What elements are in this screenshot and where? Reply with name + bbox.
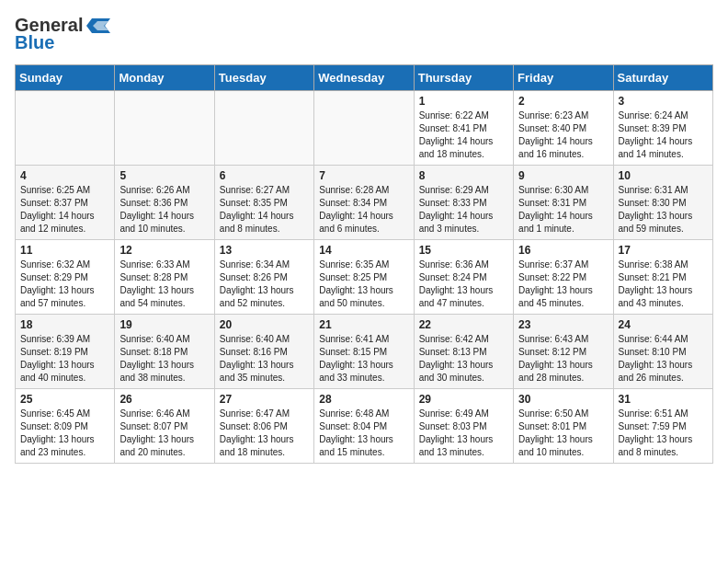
day-number: 24 xyxy=(619,318,708,331)
calendar-cell: 17Sunrise: 6:38 AM Sunset: 8:21 PM Dayli… xyxy=(613,240,712,315)
day-number: 11 xyxy=(20,244,109,257)
calendar-cell: 23Sunrise: 6:43 AM Sunset: 8:12 PM Dayli… xyxy=(514,315,613,389)
calendar-cell: 4Sunrise: 6:25 AM Sunset: 8:37 PM Daylig… xyxy=(16,166,115,240)
cell-info: Sunrise: 6:24 AM Sunset: 8:39 PM Dayligh… xyxy=(619,110,693,159)
day-number: 25 xyxy=(20,393,109,406)
day-number: 21 xyxy=(319,318,408,331)
cell-info: Sunrise: 6:49 AM Sunset: 8:03 PM Dayligh… xyxy=(419,408,494,457)
cell-info: Sunrise: 6:25 AM Sunset: 8:37 PM Dayligh… xyxy=(20,185,95,234)
calendar-cell xyxy=(16,91,115,166)
cell-info: Sunrise: 6:22 AM Sunset: 8:41 PM Dayligh… xyxy=(419,110,494,159)
day-number: 9 xyxy=(518,169,608,182)
cell-info: Sunrise: 6:40 AM Sunset: 8:16 PM Dayligh… xyxy=(220,334,294,383)
cell-info: Sunrise: 6:50 AM Sunset: 8:01 PM Dayligh… xyxy=(518,408,593,457)
day-number: 6 xyxy=(220,169,309,182)
calendar-cell: 16Sunrise: 6:37 AM Sunset: 8:22 PM Dayli… xyxy=(514,240,613,315)
cell-info: Sunrise: 6:23 AM Sunset: 8:40 PM Dayligh… xyxy=(518,110,593,159)
calendar-cell: 8Sunrise: 6:29 AM Sunset: 8:33 PM Daylig… xyxy=(414,166,513,240)
cell-info: Sunrise: 6:30 AM Sunset: 8:31 PM Dayligh… xyxy=(518,185,593,234)
day-number: 7 xyxy=(319,169,408,182)
day-number: 23 xyxy=(518,318,608,331)
cell-info: Sunrise: 6:34 AM Sunset: 8:26 PM Dayligh… xyxy=(220,259,294,308)
col-header-friday: Friday xyxy=(514,65,613,91)
day-number: 13 xyxy=(220,244,309,257)
day-number: 15 xyxy=(419,244,508,257)
page-header: General Blue xyxy=(15,15,713,53)
day-number: 31 xyxy=(619,393,708,406)
calendar-cell: 31Sunrise: 6:51 AM Sunset: 7:59 PM Dayli… xyxy=(613,389,712,464)
cell-info: Sunrise: 6:41 AM Sunset: 8:15 PM Dayligh… xyxy=(319,334,393,383)
cell-info: Sunrise: 6:36 AM Sunset: 8:24 PM Dayligh… xyxy=(419,259,494,308)
day-number: 16 xyxy=(518,244,608,257)
col-header-thursday: Thursday xyxy=(414,65,513,91)
cell-info: Sunrise: 6:38 AM Sunset: 8:21 PM Dayligh… xyxy=(619,259,693,308)
cell-info: Sunrise: 6:46 AM Sunset: 8:07 PM Dayligh… xyxy=(119,408,194,457)
day-number: 1 xyxy=(419,95,508,108)
cell-info: Sunrise: 6:43 AM Sunset: 8:12 PM Dayligh… xyxy=(518,334,593,383)
cell-info: Sunrise: 6:26 AM Sunset: 8:36 PM Dayligh… xyxy=(119,185,194,234)
day-number: 18 xyxy=(20,318,109,331)
calendar-cell: 15Sunrise: 6:36 AM Sunset: 8:24 PM Dayli… xyxy=(414,240,513,315)
cell-info: Sunrise: 6:28 AM Sunset: 8:34 PM Dayligh… xyxy=(319,185,393,234)
cell-info: Sunrise: 6:33 AM Sunset: 8:28 PM Dayligh… xyxy=(119,259,194,308)
calendar-week-3: 11Sunrise: 6:32 AM Sunset: 8:29 PM Dayli… xyxy=(16,240,713,315)
calendar-cell: 26Sunrise: 6:46 AM Sunset: 8:07 PM Dayli… xyxy=(115,389,214,464)
cell-info: Sunrise: 6:40 AM Sunset: 8:18 PM Dayligh… xyxy=(119,334,194,383)
cell-info: Sunrise: 6:27 AM Sunset: 8:35 PM Dayligh… xyxy=(220,185,294,234)
day-number: 8 xyxy=(419,169,508,182)
logo-icon xyxy=(85,17,112,35)
day-number: 20 xyxy=(220,318,309,331)
calendar-cell: 5Sunrise: 6:26 AM Sunset: 8:36 PM Daylig… xyxy=(115,166,214,240)
cell-info: Sunrise: 6:29 AM Sunset: 8:33 PM Dayligh… xyxy=(419,185,494,234)
calendar-cell: 24Sunrise: 6:44 AM Sunset: 8:10 PM Dayli… xyxy=(613,315,712,389)
cell-info: Sunrise: 6:31 AM Sunset: 8:30 PM Dayligh… xyxy=(619,185,693,234)
calendar-cell: 22Sunrise: 6:42 AM Sunset: 8:13 PM Dayli… xyxy=(414,315,513,389)
calendar-cell xyxy=(214,91,313,166)
col-header-tuesday: Tuesday xyxy=(214,65,313,91)
day-number: 27 xyxy=(220,393,309,406)
calendar-cell: 2Sunrise: 6:23 AM Sunset: 8:40 PM Daylig… xyxy=(514,91,613,166)
calendar-cell: 28Sunrise: 6:48 AM Sunset: 8:04 PM Dayli… xyxy=(314,389,414,464)
calendar-week-1: 1Sunrise: 6:22 AM Sunset: 8:41 PM Daylig… xyxy=(16,91,713,166)
calendar-cell xyxy=(115,91,214,166)
col-header-saturday: Saturday xyxy=(613,65,712,91)
cell-info: Sunrise: 6:44 AM Sunset: 8:10 PM Dayligh… xyxy=(619,334,693,383)
calendar-cell: 12Sunrise: 6:33 AM Sunset: 8:28 PM Dayli… xyxy=(115,240,214,315)
cell-info: Sunrise: 6:35 AM Sunset: 8:25 PM Dayligh… xyxy=(319,259,393,308)
calendar-cell: 20Sunrise: 6:40 AM Sunset: 8:16 PM Dayli… xyxy=(214,315,313,389)
col-header-sunday: Sunday xyxy=(16,65,115,91)
calendar-cell: 7Sunrise: 6:28 AM Sunset: 8:34 PM Daylig… xyxy=(314,166,414,240)
col-header-wednesday: Wednesday xyxy=(314,65,414,91)
cell-info: Sunrise: 6:48 AM Sunset: 8:04 PM Dayligh… xyxy=(319,408,393,457)
day-number: 12 xyxy=(119,244,209,257)
day-number: 26 xyxy=(119,393,209,406)
day-number: 5 xyxy=(119,169,209,182)
calendar-week-2: 4Sunrise: 6:25 AM Sunset: 8:37 PM Daylig… xyxy=(16,166,713,240)
cell-info: Sunrise: 6:42 AM Sunset: 8:13 PM Dayligh… xyxy=(419,334,494,383)
cell-info: Sunrise: 6:39 AM Sunset: 8:19 PM Dayligh… xyxy=(20,334,95,383)
day-number: 19 xyxy=(119,318,209,331)
cell-info: Sunrise: 6:37 AM Sunset: 8:22 PM Dayligh… xyxy=(518,259,593,308)
day-number: 28 xyxy=(319,393,408,406)
day-number: 10 xyxy=(619,169,708,182)
header-row: SundayMondayTuesdayWednesdayThursdayFrid… xyxy=(16,65,713,91)
calendar-week-5: 25Sunrise: 6:45 AM Sunset: 8:09 PM Dayli… xyxy=(16,389,713,464)
calendar-cell: 11Sunrise: 6:32 AM Sunset: 8:29 PM Dayli… xyxy=(16,240,115,315)
cell-info: Sunrise: 6:32 AM Sunset: 8:29 PM Dayligh… xyxy=(20,259,95,308)
logo-blue: Blue xyxy=(15,32,54,53)
day-number: 30 xyxy=(518,393,608,406)
day-number: 22 xyxy=(419,318,508,331)
calendar-week-4: 18Sunrise: 6:39 AM Sunset: 8:19 PM Dayli… xyxy=(16,315,713,389)
calendar-cell: 13Sunrise: 6:34 AM Sunset: 8:26 PM Dayli… xyxy=(214,240,313,315)
col-header-monday: Monday xyxy=(115,65,214,91)
cell-info: Sunrise: 6:47 AM Sunset: 8:06 PM Dayligh… xyxy=(220,408,294,457)
calendar-cell: 29Sunrise: 6:49 AM Sunset: 8:03 PM Dayli… xyxy=(414,389,513,464)
calendar-cell: 14Sunrise: 6:35 AM Sunset: 8:25 PM Dayli… xyxy=(314,240,414,315)
day-number: 17 xyxy=(619,244,708,257)
cell-info: Sunrise: 6:45 AM Sunset: 8:09 PM Dayligh… xyxy=(20,408,95,457)
day-number: 4 xyxy=(20,169,109,182)
calendar-cell: 10Sunrise: 6:31 AM Sunset: 8:30 PM Dayli… xyxy=(613,166,712,240)
day-number: 29 xyxy=(419,393,508,406)
calendar-cell: 9Sunrise: 6:30 AM Sunset: 8:31 PM Daylig… xyxy=(514,166,613,240)
calendar-cell: 19Sunrise: 6:40 AM Sunset: 8:18 PM Dayli… xyxy=(115,315,214,389)
